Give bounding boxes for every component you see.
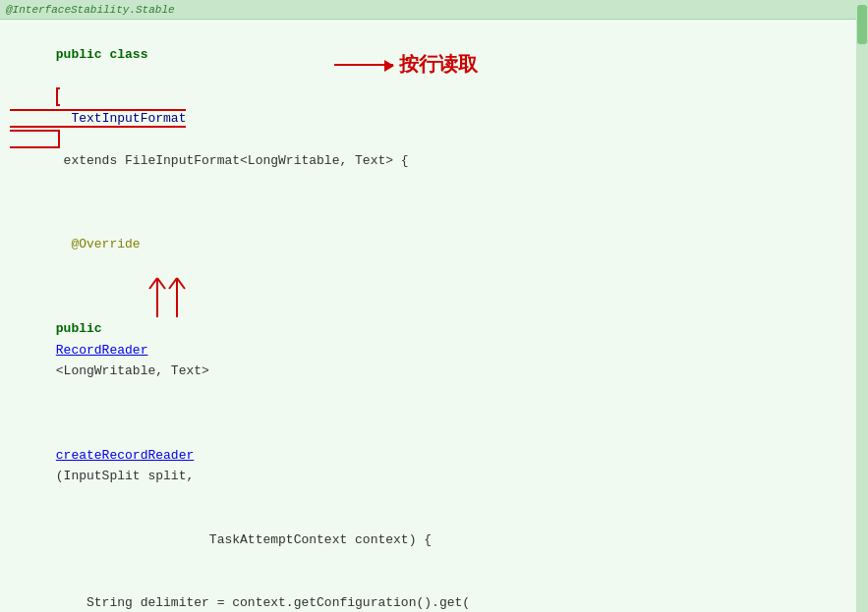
keyword-public: public class	[56, 47, 148, 62]
code-area: public class TextInputFormat extends Fil…	[0, 20, 868, 612]
code-line-5: createRecordReader (InputSplit split,	[10, 403, 858, 508]
code-line-blank-1	[10, 193, 858, 213]
params1: (InputSplit split,	[56, 469, 194, 483]
top-bar: @InterfaceStability.Stable	[0, 0, 868, 20]
code-line-6: TaskAttemptContext context) {	[10, 508, 858, 571]
top-bar-text: @InterfaceStability.Stable	[6, 4, 175, 16]
indent2	[56, 426, 87, 441]
scrollbar-thumb[interactable]	[857, 5, 867, 44]
class-name-highlight: TextInputFormat	[10, 87, 186, 148]
code-line-override-1: @Override	[10, 213, 858, 276]
code-line-4: public RecordReader <LongWritable, Text>	[10, 276, 858, 403]
record-reader-link: RecordReader	[56, 343, 148, 358]
kw-public: public	[56, 321, 110, 336]
class-name: TextInputFormat	[71, 111, 186, 126]
space	[56, 69, 64, 83]
delimiter-line: String delimiter = context.getConfigurat…	[56, 595, 470, 610]
code-container: @InterfaceStability.Stable 按行读取 public c…	[0, 0, 868, 612]
annotation-override-1: @Override	[56, 237, 141, 251]
scrollbar[interactable]	[856, 0, 868, 612]
code-line-7: String delimiter = context.getConfigurat…	[10, 571, 858, 612]
indent	[56, 301, 72, 315]
generics: <LongWritable, Text>	[56, 363, 209, 378]
code-line-1: public class TextInputFormat extends Fil…	[10, 24, 858, 193]
extends-text: extends FileInputFormat<LongWritable, Te…	[56, 153, 409, 168]
create-record-reader-link: createRecordReader	[56, 448, 194, 463]
indent3: TaskAttemptContext context) {	[56, 532, 432, 547]
